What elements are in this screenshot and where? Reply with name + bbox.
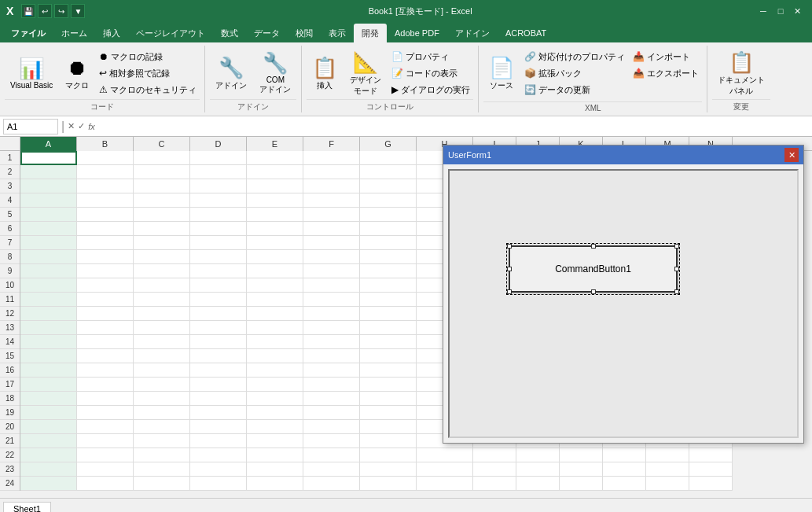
cell-G17[interactable] xyxy=(360,378,417,392)
cancel-formula-icon[interactable]: ✕ xyxy=(68,121,75,131)
cell-F13[interactable] xyxy=(303,321,360,335)
row-num-13[interactable]: 13 xyxy=(0,321,20,335)
userform-dialog[interactable]: UserForm1 ✕ CommandButton1 xyxy=(443,145,804,444)
handle-bm[interactable] xyxy=(591,289,596,294)
cell-D17[interactable] xyxy=(190,378,247,392)
cell-E22[interactable] xyxy=(247,448,303,462)
macro-button[interactable]: ⏺ マクロ xyxy=(60,47,94,99)
cell-G24[interactable] xyxy=(360,477,417,491)
col-header-c[interactable]: C xyxy=(134,137,190,151)
cell-E7[interactable] xyxy=(247,236,303,250)
row-num-12[interactable]: 12 xyxy=(0,307,20,321)
macro-security-button[interactable]: ⚠ マクロのセキュリティ xyxy=(96,82,200,98)
cell-M23[interactable] xyxy=(646,462,689,477)
tab-data[interactable]: データ xyxy=(246,24,288,42)
cell-B12[interactable] xyxy=(77,307,134,321)
row-num-17[interactable]: 17 xyxy=(0,378,20,392)
cell-F6[interactable] xyxy=(303,222,360,236)
cell-D6[interactable] xyxy=(190,222,247,236)
cell-F9[interactable] xyxy=(303,264,360,278)
row-num-24[interactable]: 24 xyxy=(0,477,20,491)
undo-icon[interactable]: ↩ xyxy=(38,4,52,18)
cell-H22[interactable] xyxy=(417,448,473,462)
cell-G9[interactable] xyxy=(360,264,417,278)
cell-A23[interactable] xyxy=(20,462,77,477)
handle-tl[interactable] xyxy=(507,244,512,249)
refresh-data-button[interactable]: 🔄 データの更新 xyxy=(521,82,628,98)
row-num-8[interactable]: 8 xyxy=(0,250,20,264)
cell-E14[interactable] xyxy=(247,335,303,349)
cell-B16[interactable] xyxy=(77,363,134,378)
cell-E6[interactable] xyxy=(247,222,303,236)
tab-view[interactable]: 表示 xyxy=(321,24,354,42)
col-header-e[interactable]: E xyxy=(247,137,303,151)
cell-G6[interactable] xyxy=(360,222,417,236)
cell-L22[interactable] xyxy=(603,448,646,462)
row-num-2[interactable]: 2 xyxy=(0,165,20,179)
row-num-20[interactable]: 20 xyxy=(0,420,20,434)
cell-B14[interactable] xyxy=(77,335,134,349)
row-num-23[interactable]: 23 xyxy=(0,462,20,477)
cell-A2[interactable] xyxy=(20,165,77,179)
cell-E13[interactable] xyxy=(247,321,303,335)
cell-F11[interactable] xyxy=(303,293,360,307)
tab-review[interactable]: 校閲 xyxy=(288,24,321,42)
cell-A19[interactable] xyxy=(20,406,77,420)
cell-C14[interactable] xyxy=(134,335,190,349)
col-header-b[interactable]: B xyxy=(77,137,134,151)
cell-A3[interactable] xyxy=(20,179,77,193)
cell-G8[interactable] xyxy=(360,250,417,264)
cell-A8[interactable] xyxy=(20,250,77,264)
cell-A12[interactable] xyxy=(20,307,77,321)
cell-M22[interactable] xyxy=(646,448,689,462)
cell-K23[interactable] xyxy=(560,462,603,477)
cell-C17[interactable] xyxy=(134,378,190,392)
cell-C24[interactable] xyxy=(134,477,190,491)
cell-B9[interactable] xyxy=(77,264,134,278)
properties-button[interactable]: 📄 プロパティ xyxy=(388,49,473,64)
cell-F14[interactable] xyxy=(303,335,360,349)
cell-C8[interactable] xyxy=(134,250,190,264)
cell-B18[interactable] xyxy=(77,392,134,406)
select-all-corner[interactable] xyxy=(0,137,20,150)
cell-B7[interactable] xyxy=(77,236,134,250)
cell-E17[interactable] xyxy=(247,378,303,392)
tab-adobepdf[interactable]: Adobe PDF xyxy=(387,24,447,42)
col-header-g[interactable]: G xyxy=(360,137,417,151)
row-num-15[interactable]: 15 xyxy=(0,349,20,363)
cell-G7[interactable] xyxy=(360,236,417,250)
userform-body[interactable]: CommandButton1 xyxy=(448,169,799,438)
visual-basic-button[interactable]: 📊 Visual Basic xyxy=(5,47,58,99)
minimize-button[interactable]: ─ xyxy=(755,3,771,19)
cell-G10[interactable] xyxy=(360,278,417,293)
cell-B15[interactable] xyxy=(77,349,134,363)
cell-L24[interactable] xyxy=(603,477,646,491)
row-num-19[interactable]: 19 xyxy=(0,406,20,420)
cell-D15[interactable] xyxy=(190,349,247,363)
cell-C4[interactable] xyxy=(134,193,190,208)
cell-A6[interactable] xyxy=(20,222,77,236)
cell-B19[interactable] xyxy=(77,406,134,420)
cell-H23[interactable] xyxy=(417,462,473,477)
cell-D12[interactable] xyxy=(190,307,247,321)
cell-F10[interactable] xyxy=(303,278,360,293)
cell-G4[interactable] xyxy=(360,193,417,208)
cell-A7[interactable] xyxy=(20,236,77,250)
cell-A14[interactable] xyxy=(20,335,77,349)
cell-D24[interactable] xyxy=(190,477,247,491)
cell-F5[interactable] xyxy=(303,208,360,222)
cell-G20[interactable] xyxy=(360,420,417,434)
customize-icon[interactable]: ▼ xyxy=(71,4,85,18)
cell-B3[interactable] xyxy=(77,179,134,193)
cell-D14[interactable] xyxy=(190,335,247,349)
cell-E20[interactable] xyxy=(247,420,303,434)
cell-C11[interactable] xyxy=(134,293,190,307)
cell-F18[interactable] xyxy=(303,392,360,406)
tab-insert[interactable]: 挿入 xyxy=(95,24,128,42)
design-mode-button[interactable]: 📐 デザイン モード xyxy=(344,47,387,99)
cell-B17[interactable] xyxy=(77,378,134,392)
cell-E10[interactable] xyxy=(247,278,303,293)
cell-G14[interactable] xyxy=(360,335,417,349)
cell-G13[interactable] xyxy=(360,321,417,335)
cell-C10[interactable] xyxy=(134,278,190,293)
